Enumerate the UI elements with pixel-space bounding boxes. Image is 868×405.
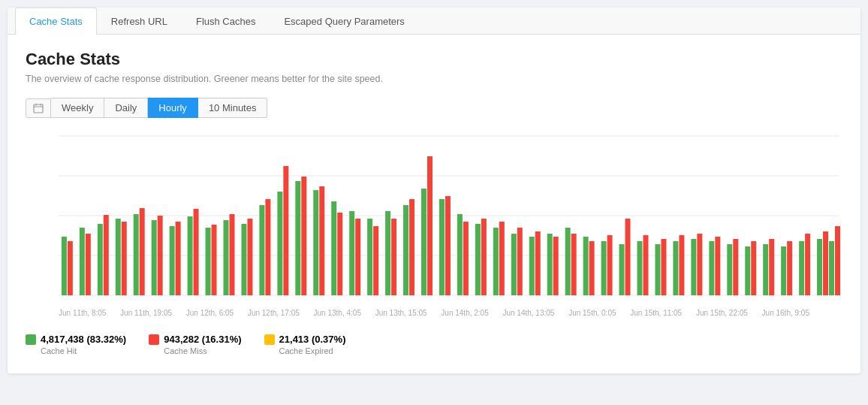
svg-rect-15 xyxy=(68,241,73,295)
svg-rect-58 xyxy=(457,214,463,295)
svg-rect-24 xyxy=(152,220,157,295)
svg-rect-87 xyxy=(715,237,720,295)
svg-rect-63 xyxy=(499,222,505,295)
svg-rect-89 xyxy=(733,239,738,295)
period-icon-button[interactable] xyxy=(26,98,51,118)
svg-rect-90 xyxy=(745,246,750,295)
svg-rect-36 xyxy=(259,205,264,295)
legend-color-miss xyxy=(149,334,159,345)
svg-rect-76 xyxy=(619,244,625,295)
svg-rect-34 xyxy=(241,224,246,295)
svg-rect-71 xyxy=(571,234,577,295)
svg-rect-42 xyxy=(313,190,318,295)
svg-rect-65 xyxy=(517,228,523,295)
svg-rect-14 xyxy=(62,237,67,295)
svg-rect-44 xyxy=(331,201,336,295)
x-label-3: Jun 12th, 17:05 xyxy=(248,309,300,317)
svg-rect-30 xyxy=(206,228,211,295)
legend-value-hit: 4,817,438 (83.32%) xyxy=(41,334,126,345)
svg-rect-50 xyxy=(385,211,390,295)
svg-text:60k: 60k xyxy=(26,171,26,180)
svg-rect-21 xyxy=(122,222,127,295)
svg-rect-99 xyxy=(823,231,828,295)
svg-rect-98 xyxy=(817,239,822,295)
tab-cache-stats[interactable]: Cache Stats xyxy=(15,8,97,35)
svg-rect-94 xyxy=(781,246,786,295)
svg-rect-82 xyxy=(673,241,678,295)
svg-rect-97 xyxy=(805,234,810,295)
svg-rect-29 xyxy=(194,209,199,295)
tab-escaped-query[interactable]: Escaped Query Parameters xyxy=(270,8,418,35)
svg-rect-68 xyxy=(547,234,553,295)
legend-item-miss: 943,282 (16.31%) Cache Miss xyxy=(149,334,241,355)
svg-rect-52 xyxy=(403,205,408,295)
svg-rect-92 xyxy=(763,244,768,295)
x-label-5: Jun 13th, 15:05 xyxy=(375,309,427,317)
svg-rect-91 xyxy=(751,241,756,295)
legend-label-miss: Cache Miss xyxy=(149,346,241,355)
svg-rect-100 xyxy=(829,241,834,295)
svg-rect-43 xyxy=(319,186,324,295)
svg-rect-27 xyxy=(176,222,181,295)
x-label-1: Jun 11th, 19:05 xyxy=(120,309,172,317)
svg-rect-48 xyxy=(367,219,372,295)
svg-rect-75 xyxy=(607,235,613,295)
svg-rect-78 xyxy=(637,241,643,295)
svg-rect-33 xyxy=(230,214,235,295)
tab-flush-caches[interactable]: Flush Caches xyxy=(182,8,270,35)
svg-rect-37 xyxy=(265,199,270,295)
svg-rect-31 xyxy=(212,225,217,295)
svg-rect-80 xyxy=(655,244,660,295)
x-label-6: Jun 14th, 2:05 xyxy=(441,309,488,317)
svg-rect-49 xyxy=(373,226,378,295)
svg-rect-51 xyxy=(391,219,396,295)
svg-rect-70 xyxy=(565,228,571,295)
period-daily[interactable]: Daily xyxy=(104,98,148,118)
svg-rect-66 xyxy=(529,237,535,295)
svg-rect-16 xyxy=(80,228,85,295)
chart-container: 80k 60k 40k 20k 0 xyxy=(26,130,842,303)
svg-rect-85 xyxy=(697,234,702,295)
svg-text:20k: 20k xyxy=(26,251,26,260)
svg-rect-47 xyxy=(355,219,360,295)
calendar-icon xyxy=(33,103,44,113)
svg-rect-57 xyxy=(445,196,451,295)
svg-rect-23 xyxy=(140,208,145,295)
svg-rect-88 xyxy=(727,244,732,295)
svg-rect-22 xyxy=(134,214,139,295)
period-hourly[interactable]: Hourly xyxy=(148,98,198,118)
x-label-8: Jun 15th, 0:05 xyxy=(568,309,616,317)
svg-rect-32 xyxy=(224,220,229,295)
x-label-2: Jun 12th, 6:05 xyxy=(186,309,234,317)
x-label-11: Jun 16th, 9:05 xyxy=(762,309,809,317)
page-wrapper: Cache Stats Refresh URL Flush Caches Esc… xyxy=(8,8,860,373)
x-label-9: Jun 15th, 11:05 xyxy=(630,309,682,317)
period-weekly[interactable]: Weekly xyxy=(51,98,104,118)
svg-rect-60 xyxy=(475,224,481,295)
x-axis-labels: Jun 11th, 8:05 Jun 11th, 19:05 Jun 12th,… xyxy=(26,309,842,317)
page-title: Cache Stats xyxy=(26,50,842,69)
svg-rect-101 xyxy=(835,226,840,295)
svg-rect-26 xyxy=(170,226,175,295)
svg-rect-69 xyxy=(553,237,559,295)
svg-text:40k: 40k xyxy=(26,211,26,220)
legend-item-expired: 21,413 (0.37%) Cache Expired xyxy=(264,334,346,355)
legend-color-expired xyxy=(264,334,275,345)
svg-rect-0 xyxy=(34,104,43,113)
tabs-bar: Cache Stats Refresh URL Flush Caches Esc… xyxy=(8,8,860,35)
x-label-10: Jun 15th, 22:05 xyxy=(696,309,748,317)
svg-rect-53 xyxy=(409,199,414,295)
period-10min[interactable]: 10 Minutes xyxy=(198,98,268,118)
main-content: Cache Stats The overview of cache respon… xyxy=(8,35,860,373)
x-label-7: Jun 14th, 13:05 xyxy=(502,309,554,317)
svg-rect-40 xyxy=(295,181,300,295)
svg-rect-86 xyxy=(709,241,714,295)
svg-rect-28 xyxy=(188,216,193,295)
svg-rect-64 xyxy=(511,234,517,295)
legend-item-hit: 4,817,438 (83.32%) Cache Hit xyxy=(26,334,126,355)
svg-rect-25 xyxy=(158,216,163,295)
svg-rect-38 xyxy=(277,192,282,295)
tab-refresh-url[interactable]: Refresh URL xyxy=(97,8,182,35)
legend-color-hit xyxy=(26,334,36,345)
svg-rect-93 xyxy=(769,239,774,295)
